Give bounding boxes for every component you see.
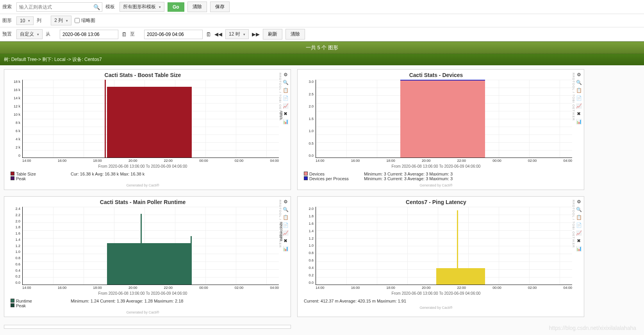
toolbar-graphs: 图形 10 列 2 列 缩略图 xyxy=(0,14,644,27)
y-ticks: 2.42.22.01.81.61.41.21.00.80.60.40.20.0 xyxy=(9,207,20,285)
rrdtool-label: RRDTOOL / TOBI OETIKER xyxy=(572,200,575,248)
watermark: https://blog.csdn.net/xixixilalalahaha xyxy=(549,325,636,331)
clear-button[interactable]: 清除 xyxy=(187,2,207,12)
y-axis-label: milliseconds xyxy=(279,222,283,241)
y-axis-label: totals xyxy=(279,111,283,120)
graph-title: Cacti Stats - Main Poller Runtime xyxy=(7,199,279,205)
graph-action-icon[interactable]: 📋 xyxy=(282,214,289,221)
chart-area[interactable]: 2.42.22.01.81.61.41.21.00.80.60.40.20.0 xyxy=(22,207,279,285)
thumbnail-label: 缩略图 xyxy=(81,17,95,24)
search-icon[interactable]: 🔍 xyxy=(93,4,100,10)
template-select[interactable]: 所有图形和模板 xyxy=(120,2,164,12)
graph-legend: RuntimeMinimum: 1.24 Current: 1.39 Avera… xyxy=(7,298,279,309)
preset-label: 预置 xyxy=(2,31,13,38)
template-label: 模板 xyxy=(105,4,116,10)
go-button[interactable]: Go xyxy=(168,2,184,12)
chart-area[interactable]: 18 k16 k14 k12 k10 k8 k6 k4 k2 k0 xyxy=(22,80,279,158)
graph-title: Cacti Stats - Devices xyxy=(300,72,572,78)
graphs-label: 图形 xyxy=(2,17,13,24)
generated-label: Generated by Cacti® xyxy=(7,310,279,314)
graph-legend: Current: 412.37 m Average: 420.15 m Maxi… xyxy=(300,298,572,304)
chart-area[interactable]: 3.02.52.01.51.00.50.0 xyxy=(316,80,572,158)
time-range-select[interactable]: 12 时 xyxy=(225,29,249,39)
y-ticks: 2.01.81.61.41.21.00.80.60.40.20.0 xyxy=(302,207,314,285)
graph-action-icon[interactable]: 🔍 xyxy=(282,206,289,213)
search-wrap: 🔍 xyxy=(16,2,102,12)
generated-label: Generated by Cacti® xyxy=(300,306,572,310)
graph-action-icon[interactable]: 📊 xyxy=(282,245,289,252)
thumbnail-checkbox[interactable]: 缩略图 xyxy=(75,17,95,24)
time-prev-icon[interactable]: ◀◀ xyxy=(214,31,222,37)
x-ticks: 14:0016:0018:0020:0022:0000:0002:0004:00 xyxy=(316,158,572,163)
graph-action-icon[interactable]: ⚙ xyxy=(282,71,289,78)
total-bar: 一共 5 个 图形 xyxy=(0,41,644,54)
graph-action-icon[interactable]: ⚙ xyxy=(575,71,582,78)
graph-action-icon[interactable]: ✖ xyxy=(575,237,582,244)
from-label: 从 xyxy=(46,31,57,38)
graph-action-icon[interactable]: 📈 xyxy=(282,102,289,109)
graph-action-icon[interactable]: 📊 xyxy=(575,245,582,252)
graph-action-icon[interactable]: 📄 xyxy=(575,222,582,229)
graph-actions: ⚙🔍📋📄📈✖📊 xyxy=(575,198,582,252)
graph-action-icon[interactable]: 📄 xyxy=(575,95,582,102)
graph-title: Centos7 - Ping Latency xyxy=(300,199,572,205)
save-button[interactable]: 保存 xyxy=(210,2,230,12)
graph-caption: From 2020-06-08 13:06:00 To 2020-06-09 0… xyxy=(7,164,279,168)
breadcrumb: 树: Default Tree-> 剩下: Local -> 设备: Cento… xyxy=(0,54,644,65)
graph-action-icon[interactable]: 📋 xyxy=(575,87,582,94)
chart-area[interactable]: 2.01.81.61.41.21.00.80.60.40.20.0 xyxy=(316,207,572,285)
graph-card: ⚙🔍📋📄📈✖📊 RRDTOOL / TOBI OETIKER Cacti Sta… xyxy=(4,69,291,190)
graph-action-icon[interactable]: 🔍 xyxy=(282,79,289,86)
graph-action-icon[interactable]: ⚙ xyxy=(575,198,582,205)
graphs-count-select[interactable]: 10 xyxy=(16,16,34,25)
x-ticks: 14:0016:0018:0020:0022:0000:0002:0004:00 xyxy=(22,158,279,163)
graph-action-icon[interactable]: 📊 xyxy=(575,118,582,125)
graph-action-icon[interactable]: 📋 xyxy=(282,87,289,94)
to-label: 至 xyxy=(130,31,141,38)
x-ticks: 14:0016:0018:0020:0022:0000:0002:0004:00 xyxy=(316,285,572,290)
rrdtool-label: RRDTOOL / TOBI OETIKER xyxy=(572,73,575,121)
graph-caption: From 2020-06-08 13:06:00 To 2020-06-09 0… xyxy=(300,291,572,296)
thumbnail-input[interactable] xyxy=(75,18,80,23)
y-ticks: 3.02.52.01.51.00.50.0 xyxy=(302,80,314,158)
graph-card: ⚙🔍📋📄📈✖📊 RRDTOOL / TOBI OETIKER Cacti Sta… xyxy=(297,69,584,190)
graph-caption: From 2020-06-08 13:06:00 To 2020-06-09 0… xyxy=(7,291,279,296)
to-calendar-icon[interactable]: 🗓 xyxy=(206,31,211,38)
toolbar-time: 预置 自定义 从 🗓 至 🗓 ◀◀ 12 时 ▶▶ 刷新 清除 xyxy=(0,27,644,41)
graph-action-icon[interactable]: 📈 xyxy=(575,102,582,109)
search-label: 搜索 xyxy=(2,4,13,10)
graph-actions: ⚙🔍📋📄📈✖📊 xyxy=(575,71,582,125)
x-ticks: 14:0016:0018:0020:0022:0000:0002:0004:00 xyxy=(22,285,279,290)
search-input[interactable] xyxy=(16,2,102,12)
graph-action-icon[interactable]: 🔍 xyxy=(575,206,582,213)
from-calendar-icon[interactable]: 🗓 xyxy=(121,31,127,38)
graph-card: ⚙🔍📋📄📈✖📊 RRDTOOL / TOBI OETIKER Cacti Sta… xyxy=(4,196,291,317)
preset-select[interactable]: 自定义 xyxy=(16,29,43,39)
graph-legend: DevicesMinimum: 3 Current: 3 Average: 3 … xyxy=(300,171,572,182)
clear2-button[interactable]: 清除 xyxy=(285,29,305,39)
graph-action-icon[interactable]: ⚙ xyxy=(282,198,289,205)
from-input[interactable] xyxy=(60,30,118,39)
to-input[interactable] xyxy=(144,30,203,39)
graph-legend: Table SizeCur: 16.38 k Avg: 16.38 k Max:… xyxy=(7,171,279,182)
graph-grid: ⚙🔍📋📄📈✖📊 RRDTOOL / TOBI OETIKER Cacti Sta… xyxy=(0,65,644,321)
graph-card: ⚙🔍📋📄📈✖📊 RRDTOOL / TOBI OETIKER Centos7 -… xyxy=(297,196,584,317)
graph-action-icon[interactable]: 🔍 xyxy=(575,79,582,86)
graph-action-icon[interactable]: 📈 xyxy=(575,229,582,236)
graph-action-icon[interactable]: ✖ xyxy=(575,110,582,117)
cols-select[interactable]: 2 列 xyxy=(51,16,71,25)
cols-label: 列 xyxy=(37,17,48,24)
card-empty xyxy=(4,325,291,329)
graph-action-icon[interactable]: 📋 xyxy=(575,214,582,221)
refresh-button[interactable]: 刷新 xyxy=(263,29,282,39)
graph-action-icon[interactable]: 📄 xyxy=(282,95,289,102)
y-ticks: 18 k16 k14 k12 k10 k8 k6 k4 k2 k0 xyxy=(9,80,20,158)
time-next-icon[interactable]: ▶▶ xyxy=(252,31,260,37)
generated-label: Generated by Cacti® xyxy=(300,183,572,187)
toolbar-search: 搜索 🔍 模板 所有图形和模板 Go 清除 保存 xyxy=(0,0,644,14)
graph-caption: From 2020-06-08 13:06:00 To 2020-06-09 0… xyxy=(300,164,572,168)
graph-title: Cacti Stats - Boost Table Size xyxy=(7,72,279,78)
generated-label: Generated by Cacti® xyxy=(7,183,279,187)
